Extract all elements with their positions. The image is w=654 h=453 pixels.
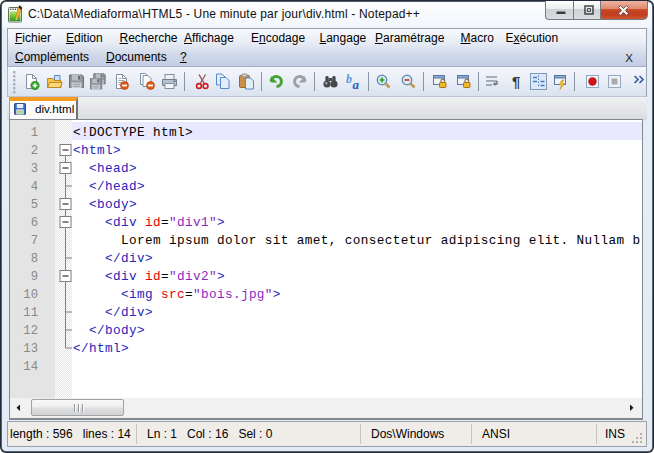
svg-text:¶: ¶ bbox=[512, 73, 520, 90]
svg-text:b: b bbox=[346, 73, 352, 86]
svg-text:a: a bbox=[352, 77, 359, 90]
